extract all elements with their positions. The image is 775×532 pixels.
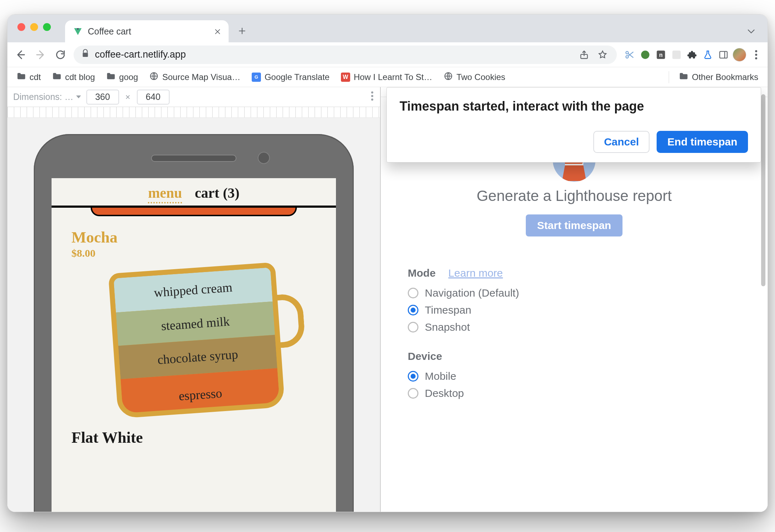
profile-avatar[interactable] — [733, 48, 746, 62]
svg-point-17 — [371, 95, 373, 97]
emulated-page[interactable]: menu cart (3) Mocha $8.00 wh — [52, 178, 336, 512]
svg-point-16 — [371, 91, 373, 94]
dimensions-label[interactable]: Dimensions: … — [13, 92, 81, 102]
scissors-extension-icon[interactable] — [623, 48, 636, 61]
cancel-button[interactable]: Cancel — [593, 131, 650, 153]
forward-button[interactable] — [32, 46, 49, 64]
bookmark-label: Two Cookies — [456, 72, 505, 82]
extensions-puzzle-icon[interactable] — [686, 48, 699, 61]
dialog-title: Timespan started, interact with the page — [400, 99, 748, 114]
window-controls — [17, 23, 51, 31]
bookmark-sourcemap[interactable]: Source Map Visua… — [145, 70, 245, 84]
svg-rect-9 — [672, 50, 680, 59]
cart-preview-bar[interactable] — [91, 208, 297, 216]
lock-icon — [81, 49, 89, 60]
labs-flask-icon[interactable] — [701, 48, 714, 61]
side-panel-icon[interactable] — [717, 48, 730, 61]
cup-body: whipped cream steamed milk chocolate syr… — [108, 262, 285, 419]
bookmark-two-cookies[interactable]: Two Cookies — [439, 70, 509, 84]
device-option-mobile[interactable]: Mobile — [408, 370, 657, 382]
browser-tab[interactable]: Coffee cart — [65, 20, 229, 42]
device-mode-panel: Dimensions: … × menu — [7, 87, 381, 512]
bookmarks-divider — [669, 71, 669, 83]
bookmark-star-icon[interactable] — [596, 48, 609, 61]
url-text: coffee-cart.netlify.app — [95, 49, 186, 60]
product-name: Mocha — [71, 228, 322, 246]
panel-scrollbar[interactable] — [761, 94, 765, 350]
phone-stage: menu cart (3) Mocha $8.00 wh — [7, 128, 380, 512]
radio-icon — [408, 388, 418, 399]
mode-label: Mode — [408, 267, 435, 279]
radio-label: Navigation (Default) — [425, 287, 519, 299]
browser-window: Coffee cart coffee-cart.netlify.app — [7, 14, 768, 512]
start-timespan-button[interactable]: Start timespan — [526, 214, 622, 236]
close-tab-button[interactable] — [214, 27, 221, 35]
mode-option-navigation[interactable]: Navigation (Default) — [408, 287, 657, 299]
svg-point-11 — [755, 50, 757, 52]
reload-button[interactable] — [52, 46, 69, 64]
bookmark-how-i-learnt[interactable]: W How I Learnt To St… — [337, 71, 437, 84]
scrollbar-thumb[interactable] — [761, 94, 765, 286]
globe-icon — [149, 71, 159, 83]
mode-option-timespan[interactable]: Timespan — [408, 304, 657, 316]
back-button[interactable] — [12, 46, 30, 64]
height-input[interactable] — [137, 90, 170, 105]
device-toolbar: Dimensions: … × — [7, 87, 380, 107]
share-icon[interactable] — [578, 48, 590, 61]
new-tab-button[interactable] — [234, 22, 251, 39]
menu-tab[interactable]: menu — [148, 185, 182, 203]
svg-point-4 — [626, 51, 629, 54]
lighthouse-title: Generate a Lighthouse report — [477, 187, 672, 204]
radio-icon — [408, 371, 418, 382]
bookmark-folder-goog[interactable]: goog — [102, 71, 142, 84]
dimension-separator: × — [125, 92, 130, 102]
svg-point-5 — [626, 55, 629, 58]
learn-more-link[interactable]: Learn more — [448, 267, 503, 279]
chevron-down-icon — [76, 95, 81, 99]
svg-point-18 — [371, 99, 373, 101]
device-option-desktop[interactable]: Desktop — [408, 387, 657, 399]
window-minimize-button[interactable] — [30, 23, 38, 31]
content-area: Dimensions: … × menu — [7, 87, 768, 512]
green-extension-icon[interactable] — [639, 48, 652, 61]
other-bookmarks-label: Other Bookmarks — [692, 72, 758, 82]
bookmark-folder-cdt[interactable]: cdt — [12, 71, 45, 84]
address-bar[interactable]: coffee-cart.netlify.app — [74, 46, 617, 64]
vue-favicon-icon — [73, 26, 83, 36]
window-zoom-button[interactable] — [43, 23, 51, 31]
bookmark-label: How I Learnt To St… — [354, 72, 432, 82]
tab-strip: Coffee cart — [7, 15, 768, 42]
svg-point-13 — [755, 57, 757, 59]
cart-tab[interactable]: cart (3) — [195, 185, 239, 203]
radio-label: Desktop — [425, 387, 464, 399]
window-close-button[interactable] — [17, 23, 25, 31]
mode-section: Mode Learn more Navigation (Default) Tim… — [408, 267, 657, 333]
end-timespan-button[interactable]: End timespan — [657, 131, 748, 153]
browser-menu-button[interactable] — [749, 50, 763, 60]
gray-extension-icon[interactable] — [670, 48, 683, 61]
other-bookmarks-button[interactable]: Other Bookmarks — [675, 71, 763, 84]
folder-icon — [679, 72, 688, 82]
device-section: Device Mobile Desktop — [408, 350, 657, 399]
device-label: Device — [408, 350, 442, 362]
product-name: Flat White — [71, 429, 322, 447]
bookmark-label: Google Translate — [264, 72, 330, 82]
product-card-mocha: Mocha $8.00 whipped cream steamed milk c… — [52, 216, 336, 413]
mode-option-snapshot[interactable]: Snapshot — [408, 321, 657, 333]
radio-label: Timespan — [425, 304, 471, 316]
coffee-cup-illustration[interactable]: whipped cream steamed milk chocolate syr… — [108, 262, 285, 419]
device-toolbar-menu[interactable] — [371, 91, 374, 103]
bookmark-label: cdt — [30, 72, 41, 82]
notion-extension-icon[interactable]: n — [654, 48, 667, 61]
browser-toolbar: coffee-cart.netlify.app n — [7, 42, 768, 67]
tab-overflow-button[interactable] — [746, 28, 757, 35]
width-input[interactable] — [86, 90, 119, 105]
bookmark-label: goog — [119, 72, 138, 82]
toolbar-right: n — [623, 48, 763, 62]
folder-icon — [17, 72, 26, 82]
bookmark-label: cdt blog — [65, 72, 95, 82]
dimensions-label-text: Dimensions: … — [13, 92, 74, 102]
devtools-lighthouse-panel: Generate a Lighthouse report Start times… — [381, 87, 768, 512]
bookmark-google-translate[interactable]: G Google Translate — [247, 71, 334, 84]
bookmark-folder-cdt-blog[interactable]: cdt blog — [48, 71, 99, 84]
